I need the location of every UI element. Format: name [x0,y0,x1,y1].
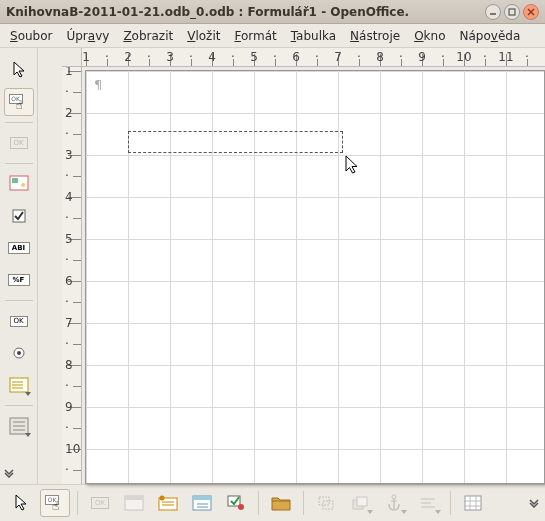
ruler-label: 10 [456,50,471,64]
add-field-icon [192,495,212,511]
workspace: OK ☝ OK ABI %F OK [0,48,545,484]
listbox-icon [9,377,29,393]
select-tool-bottom[interactable] [6,489,36,517]
ok-button-tool-disabled: OK [4,129,34,157]
design-mode-icon: OK ☝ [45,495,65,511]
menu-okno[interactable]: Okno [408,27,451,45]
menu-napoveda[interactable]: Nápověda [453,27,526,45]
paragraph-mark-icon: ¶ [94,77,102,92]
form-navigator-button[interactable] [153,489,183,517]
grid-button[interactable] [458,489,488,517]
separator [5,405,33,406]
ok-icon: OK [10,137,28,149]
svg-point-29 [238,504,244,510]
ruler-corner [62,48,82,67]
form-properties-button [119,489,149,517]
mouse-cursor-icon [344,155,360,175]
svg-rect-40 [465,496,481,510]
window-titlebar: KnihovnaB-2011-01-21.odb_0.odb : Formulá… [0,0,545,24]
page-wrapper: ¶ [82,67,545,484]
menu-nastroje[interactable]: Nástroje [344,27,406,45]
list-box-tool[interactable] [4,371,34,399]
ruler-label: 9 [65,400,73,414]
ruler-label: 11 [498,50,513,64]
front-icon [351,495,369,511]
open-design-folder-button[interactable] [266,489,296,517]
svg-point-21 [160,495,165,500]
close-icon [527,8,535,16]
ruler-label: 2 [124,50,132,64]
dropdown-icon [401,510,407,514]
select-tool[interactable] [4,56,34,84]
separator [258,491,259,515]
anchor-icon [386,494,402,512]
radio-button-tool[interactable] [4,339,34,367]
ruler-label: 6 [65,274,73,288]
add-field-button[interactable] [187,489,217,517]
form-design-toolbar: OK ☝ OK [0,484,545,520]
checkbox-tool[interactable] [4,202,34,230]
ruler-label: 2 [65,106,73,120]
position-icon [317,495,335,511]
svg-rect-19 [125,496,143,500]
svg-rect-25 [193,496,211,500]
svg-rect-5 [12,178,18,183]
label-icon: ABI [8,242,30,254]
ok-badge-icon: OK [10,316,28,327]
position-size-button [311,489,341,517]
image-button-icon [9,175,29,193]
pushbutton-tool[interactable]: OK ☝ [4,88,34,116]
page-canvas[interactable]: ¶ [85,70,545,484]
ruler-label: 1 [82,50,90,64]
cursor-icon [14,494,28,512]
folder-icon [270,494,292,512]
separator [5,300,33,301]
image-button-tool[interactable] [4,170,34,198]
ruler-corner-pad [38,48,62,67]
ruler-pad [38,67,62,484]
tab-order-icon [227,495,245,511]
more-controls-tool[interactable] [4,412,34,440]
ruler-label: 10 [65,442,80,456]
formatted-field-tool[interactable]: %F [4,266,34,294]
separator [77,491,78,515]
alignment-button [413,489,443,517]
ok-badge-tool[interactable]: OK [4,307,34,335]
dropdown-icon [25,392,31,396]
checkbox-icon [12,209,26,223]
close-button[interactable] [523,4,539,20]
menu-soubor[interactable]: Soubor [4,27,58,45]
cursor-icon [12,61,26,79]
ok-icon: OK [91,497,109,509]
menu-zobrazit[interactable]: Zobrazit [117,27,179,45]
separator [303,491,304,515]
toolbar-overflow[interactable] [4,468,34,478]
menu-tabulka[interactable]: Tabulka [285,27,342,45]
activation-order-button[interactable] [221,489,251,517]
chevron-down-icon [529,498,539,508]
toolbar-overflow-bottom[interactable] [529,498,539,508]
form-controls-toolbar: OK ☝ OK ABI %F OK [0,48,38,484]
label-tool[interactable]: ABI [4,234,34,262]
svg-point-9 [17,351,21,355]
minimize-button[interactable] [485,4,501,20]
svg-point-34 [392,495,396,499]
separator [450,491,451,515]
selection-marquee [128,131,343,153]
vertical-ruler[interactable]: 1·2·3·4·5·6·7·8·9·10· [62,67,82,484]
menu-upravy[interactable]: Úpravy [60,27,115,45]
dropdown-icon [367,510,373,514]
ruler-label: 3 [65,148,73,162]
design-mode-button[interactable]: OK ☝ [40,489,70,517]
ruler-label: 8 [65,358,73,372]
ruler-label: 7 [334,50,342,64]
maximize-button[interactable] [504,4,520,20]
menu-format[interactable]: Formát [228,27,282,45]
ruler-label: 4 [208,50,216,64]
horizontal-ruler[interactable]: /* labels populated below via JS from JS… [82,48,545,67]
svg-rect-1 [509,9,515,15]
bring-front-button [345,489,375,517]
navigator-icon [158,495,178,511]
menu-vlozit[interactable]: Vložit [181,27,226,45]
separator [5,163,33,164]
